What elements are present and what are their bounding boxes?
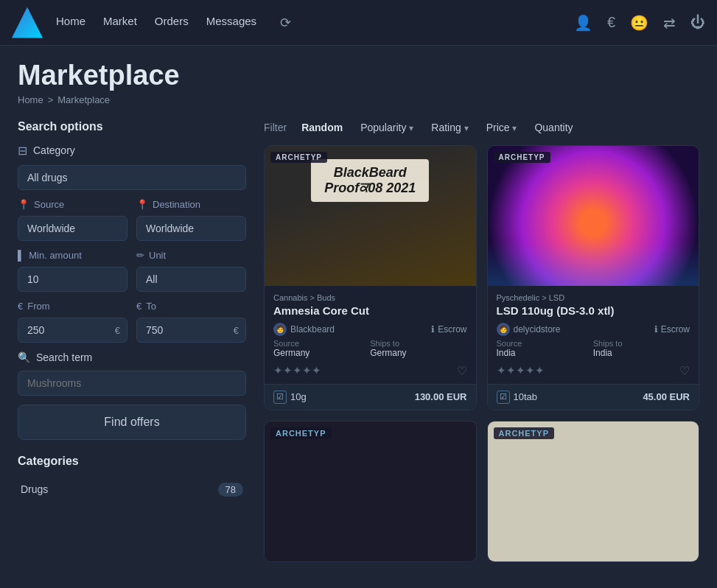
min-amount-label-row: ▌ Min. amount <box>18 250 127 261</box>
face-icon[interactable]: 😐 <box>630 14 648 32</box>
to-input[interactable] <box>136 318 246 343</box>
filter-bar: Filter Random Popularity ▾ Rating ▾ Pric… <box>264 120 699 135</box>
qty-icon-2: ☑ <box>497 391 510 404</box>
info-icon-1: ℹ <box>431 324 435 335</box>
min-amount-input[interactable] <box>18 267 127 292</box>
price-1: 130.00 EUR <box>415 391 467 402</box>
category-select[interactable]: All drugs <box>18 165 246 190</box>
from-euro-icon: € <box>18 301 23 312</box>
favorite-icon-1[interactable]: ♡ <box>457 364 467 378</box>
search-icon: 🔍 <box>18 351 30 363</box>
breadcrumb-home[interactable]: Home <box>18 94 43 105</box>
source-select[interactable]: Worldwide <box>18 216 127 241</box>
qty-badge-2: ☑ 10tab <box>497 391 538 404</box>
filter-random[interactable]: Random <box>298 120 346 135</box>
search-term-label: Search term <box>36 351 92 363</box>
product-image-blackbeard: ARCHETYP <box>265 146 476 286</box>
stars-2: ✦✦✦✦✦ <box>497 364 545 377</box>
power-icon[interactable]: ⏻ <box>690 14 705 32</box>
stars-row-1: ✦✦✦✦✦ ♡ <box>273 361 467 381</box>
page-header: Marketplace Home > Marketplace <box>0 46 717 111</box>
page-title: Marketplace <box>18 60 699 91</box>
product-card-4: ARCHETYP <box>487 421 700 562</box>
archetyp-badge-4: ARCHETYP <box>494 427 555 439</box>
destination-field-group: 📍 Destination Worldwide <box>136 199 246 241</box>
destination-select[interactable]: Worldwide <box>136 216 246 241</box>
to-label-row: € To <box>136 301 246 312</box>
unit-select[interactable]: All <box>136 267 246 292</box>
filter-price[interactable]: Price ▾ <box>483 120 520 135</box>
min-amount-field-group: ▌ Min. amount <box>18 250 127 292</box>
logo-icon[interactable] <box>12 7 43 38</box>
category-icon: ⊟ <box>18 144 27 158</box>
filter-quantity[interactable]: Quantity <box>531 120 576 135</box>
archetyp-badge-1: ARCHETYP <box>270 152 327 163</box>
nav-home[interactable]: Home <box>56 15 85 31</box>
search-term-input[interactable] <box>18 371 246 396</box>
categories-title: Categories <box>18 455 246 468</box>
vendor-icon-1: 🧑 <box>273 323 287 336</box>
product-name-1[interactable]: Amnesia Core Cut <box>273 304 467 317</box>
vendor-name-1[interactable]: Blackbeard <box>290 324 335 335</box>
product-image-lsd: ARCHETYP <box>488 146 699 286</box>
source-pin-icon: 📍 <box>18 199 29 210</box>
favorite-icon-2[interactable]: ♡ <box>679 364 690 378</box>
content-area: Filter Random Popularity ▾ Rating ▾ Pric… <box>264 120 699 562</box>
product-category-2: Pyschedelic > LSD <box>497 293 690 302</box>
nav-market[interactable]: Market <box>103 15 137 31</box>
vendor-name-2[interactable]: delycidstore <box>514 324 561 335</box>
refresh-icon[interactable]: ⟳ <box>280 15 291 31</box>
escrow-label-1: Escrow <box>438 324 466 335</box>
source-label: Source <box>34 199 64 210</box>
stars-1: ✦✦✦✦✦ <box>273 364 321 377</box>
from-suffix: € <box>115 324 120 335</box>
source-col-label-1: Source <box>273 339 370 348</box>
product-image-3: ARCHETYP <box>265 421 476 561</box>
nav-links: Home Market Orders Messages ⟳ <box>56 15 574 31</box>
qty-val-2: 10tab <box>514 391 538 402</box>
find-offers-button[interactable]: Find offers <box>18 405 246 440</box>
from-label: From <box>27 301 49 312</box>
source-label-row: 📍 Source <box>18 199 127 210</box>
category-item-drugs[interactable]: Drugs 78 <box>18 477 246 503</box>
vendor-icon-2: 🧑 <box>497 323 510 336</box>
breadcrumb-current: Marketplace <box>57 94 110 105</box>
product-image-4: ARCHETYP <box>488 421 699 561</box>
unit-icon: ✏ <box>136 250 144 261</box>
destination-pin-icon: 📍 <box>136 199 148 210</box>
product-name-2[interactable]: LSD 110ug (DS-3.0 xtl) <box>497 304 690 317</box>
unit-field-group: ✏ Unit All <box>136 250 246 292</box>
destination-label: Destination <box>153 199 200 210</box>
filter-popularity[interactable]: Popularity ▾ <box>357 120 416 135</box>
filter-rating[interactable]: Rating ▾ <box>428 120 471 135</box>
sidebar: Search options ⊟ Category All drugs 📍 So… <box>18 120 246 562</box>
source-col-label-2: Source <box>497 339 593 348</box>
swap-icon[interactable]: ⇄ <box>663 14 676 32</box>
bar-chart-icon: ▌ <box>18 250 24 261</box>
nav-action-icons: 👤 € 😐 ⇄ ⏻ <box>574 14 705 32</box>
ships-to-val-1: Germany <box>370 348 466 358</box>
price-2: 45.00 EUR <box>643 391 690 402</box>
amount-unit-row: ▌ Min. amount ✏ Unit All <box>18 250 246 292</box>
product-card-lsd: ARCHETYP Pyschedelic > LSD LSD 110ug (DS… <box>487 145 700 410</box>
product-card-blackbeard: ARCHETYP Cannabis > Buds Amnesia Core Cu… <box>264 145 477 410</box>
stars-row-2: ✦✦✦✦✦ ♡ <box>497 361 690 381</box>
main-layout: Search options ⊟ Category All drugs 📍 So… <box>0 120 717 562</box>
source-val-2: India <box>497 348 593 358</box>
product-card-3: ARCHETYP <box>264 421 477 562</box>
category-field: All drugs <box>18 165 246 190</box>
escrow-label-2: Escrow <box>661 324 690 335</box>
euro-icon[interactable]: € <box>607 14 615 32</box>
source-destination-row: 📍 Source Worldwide 📍 Destination Worldwi… <box>18 199 246 241</box>
user-icon[interactable]: 👤 <box>574 14 592 32</box>
qty-badge-1: ☑ 10g <box>273 391 307 404</box>
ship-row-1: Source Ships to Germany Germany <box>273 339 467 358</box>
nav-messages[interactable]: Messages <box>206 15 256 31</box>
product-footer-2: ☑ 10tab 45.00 EUR <box>488 384 699 410</box>
destination-label-row: 📍 Destination <box>136 199 246 210</box>
nav-orders[interactable]: Orders <box>155 15 189 31</box>
qty-val-1: 10g <box>290 391 307 402</box>
products-grid: ARCHETYP Cannabis > Buds Amnesia Core Cu… <box>264 145 699 562</box>
from-input[interactable] <box>18 318 127 343</box>
from-to-row: € From € € To € <box>18 301 246 343</box>
